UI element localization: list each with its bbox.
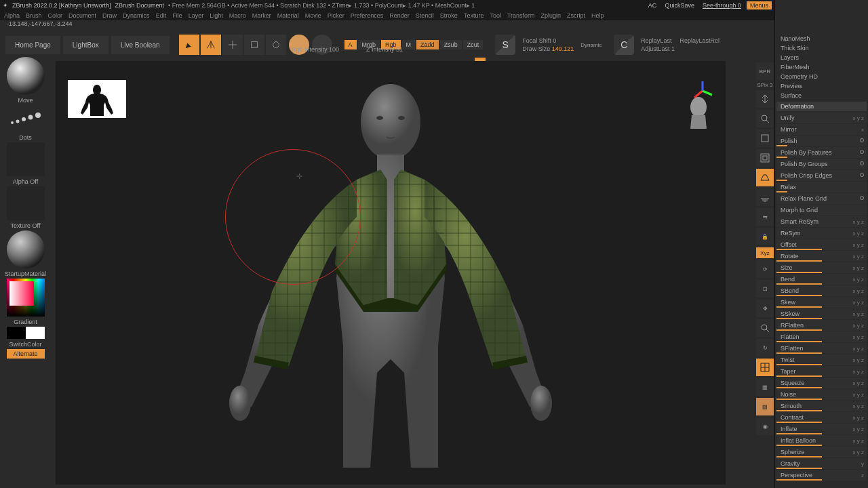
menu-edit[interactable]: Edit: [156, 12, 167, 19]
menu-preferences[interactable]: Preferences: [351, 12, 384, 19]
viewport[interactable]: ✛: [56, 61, 726, 485]
slider-unify[interactable]: Unifyx y z: [776, 113, 867, 123]
slider-mirror[interactable]: Mirrorx: [776, 124, 867, 135]
slider-squeeze[interactable]: Squeezex y z: [776, 378, 867, 388]
slider-taper[interactable]: Taperx y z: [776, 366, 867, 377]
slider-morph-to-grid[interactable]: Morph to Grid: [776, 205, 867, 216]
menu-draw[interactable]: Draw: [102, 12, 117, 19]
menu-stencil[interactable]: Stencil: [416, 12, 434, 19]
slider-bend[interactable]: Bendx y z: [776, 274, 867, 285]
menu-macro[interactable]: Macro: [229, 12, 246, 19]
alpha-slot[interactable]: [7, 142, 45, 176]
seethrough-slider[interactable]: See-through 0: [700, 2, 744, 9]
draw-mode-button[interactable]: [201, 35, 221, 55]
slider-twist[interactable]: Twistx y z: [776, 354, 867, 365]
menus-button[interactable]: Menus: [747, 1, 772, 9]
menu-movie[interactable]: Movie: [305, 12, 321, 19]
menu-color[interactable]: Color: [48, 12, 63, 19]
slider-polish-by-groups[interactable]: Polish By Groups: [776, 159, 867, 169]
panel-surface[interactable]: Surface: [776, 91, 867, 100]
spix-label[interactable]: SPix 3: [757, 82, 772, 88]
aahalf-button[interactable]: [756, 149, 774, 167]
rgb-intensity-slider[interactable]: Rgb Intensity 100: [292, 46, 339, 53]
bpr-button[interactable]: BPR: [756, 62, 774, 80]
color-picker[interactable]: [7, 279, 45, 317]
camera-preview[interactable]: [684, 95, 713, 136]
z-intensity-slider[interactable]: Z Intensity 51: [366, 46, 403, 53]
adjust-last-slider[interactable]: AdjustLast 1: [641, 45, 719, 52]
move-view-button[interactable]: ✥: [756, 300, 774, 317]
slider-polish-crisp-edges[interactable]: Polish Crisp Edges: [776, 170, 867, 181]
edit-mode-button[interactable]: [179, 35, 199, 55]
focal-shift-slider[interactable]: Focal Shift 0: [522, 37, 574, 44]
menu-file[interactable]: File: [172, 12, 182, 19]
m-button[interactable]: M: [402, 40, 416, 49]
slider-sflatten[interactable]: SFlattenx y z: [776, 343, 867, 354]
rotate-view-button[interactable]: ↻: [756, 339, 774, 357]
solo-button[interactable]: ◉: [756, 418, 774, 435]
zadd-button[interactable]: Zadd: [416, 40, 439, 49]
live-boolean-button[interactable]: Live Boolean: [111, 36, 170, 54]
menu-document[interactable]: Document: [68, 12, 96, 19]
panel-layers[interactable]: Layers: [776, 53, 867, 62]
replay-last-rel-button[interactable]: ReplayLastRel: [679, 37, 719, 44]
zoom3d-button[interactable]: [756, 319, 774, 337]
menu-texture[interactable]: Texture: [464, 12, 484, 19]
slider-relax-plane-grid[interactable]: Relax Plane Grid: [776, 193, 867, 204]
menu-transform[interactable]: Transform: [507, 12, 535, 19]
slider-sskew[interactable]: SSkewx y z: [776, 308, 867, 319]
persp-button[interactable]: [756, 169, 774, 186]
panel-nanomesh[interactable]: NanoMesh: [776, 34, 867, 43]
slider-inflat-balloon[interactable]: Inflat Balloonx y z: [776, 435, 867, 446]
zoom-button[interactable]: [756, 110, 774, 127]
home-page-button[interactable]: Home Page: [5, 36, 60, 54]
slider-polish[interactable]: Polish: [776, 136, 867, 146]
c-curve-icon[interactable]: C: [614, 35, 634, 55]
actual-button[interactable]: [756, 129, 774, 147]
scroll-button[interactable]: [756, 90, 774, 108]
zcut-button[interactable]: Zcut: [463, 40, 484, 49]
slider-perspective[interactable]: Perspectivez: [776, 470, 867, 481]
panel-fibermesh[interactable]: FiberMesh: [776, 62, 867, 72]
menu-zplugin[interactable]: Zplugin: [541, 12, 561, 19]
transp-button[interactable]: ▦: [756, 378, 774, 396]
deformation-header[interactable]: Deformation: [776, 102, 867, 111]
slider-contrast[interactable]: Contrastx y z: [776, 412, 867, 423]
panel-preview[interactable]: Preview: [776, 81, 867, 91]
frame-button[interactable]: ⊡: [756, 280, 774, 298]
slider-resym[interactable]: ReSymx y z: [776, 228, 867, 239]
dynamic-label[interactable]: Dynamic: [580, 42, 601, 48]
floor-button[interactable]: [756, 188, 774, 206]
brush-preview[interactable]: [7, 57, 45, 95]
menu-alpha[interactable]: Alpha: [4, 12, 20, 19]
texture-slot[interactable]: [7, 186, 45, 220]
slider-inflate[interactable]: Inflatex y z: [776, 424, 867, 434]
material-preview[interactable]: [7, 230, 45, 268]
lock-button[interactable]: 🔒: [756, 228, 774, 245]
panel-thick-skin[interactable]: Thick Skin: [776, 43, 867, 53]
slider-gravity[interactable]: Gravityy: [776, 458, 867, 469]
slider-rotate[interactable]: Rotatex y z: [776, 251, 867, 262]
menu-layer[interactable]: Layer: [189, 12, 204, 19]
zsub-button[interactable]: Zsub: [440, 40, 462, 49]
alternate-button[interactable]: Alternate: [7, 349, 45, 359]
slider-smooth[interactable]: Smoothx y z: [776, 401, 867, 411]
menu-picker[interactable]: Picker: [328, 12, 344, 19]
slider-offset[interactable]: Offsetx y z: [776, 239, 867, 250]
scale-mode-button[interactable]: [244, 35, 264, 55]
menu-zscript[interactable]: Zscript: [567, 12, 585, 19]
switch-color[interactable]: [7, 327, 45, 339]
panel-geometry-hd[interactable]: Geometry HD: [776, 72, 867, 81]
lsym-button[interactable]: ⇆: [756, 208, 774, 226]
menu-brush[interactable]: Brush: [26, 12, 42, 19]
ac-button[interactable]: AC: [646, 2, 660, 9]
slider-size[interactable]: Sizex y z: [776, 262, 867, 273]
menu-marker[interactable]: Marker: [252, 12, 271, 19]
menu-stroke[interactable]: Stroke: [440, 12, 458, 19]
menu-dynamics[interactable]: Dynamics: [123, 12, 150, 19]
polyframe-button[interactable]: [756, 359, 774, 376]
s-curve-icon[interactable]: S: [495, 35, 515, 55]
menu-render[interactable]: Render: [389, 12, 410, 19]
reference-thumbnail[interactable]: [68, 80, 126, 118]
menu-help[interactable]: Help: [591, 12, 604, 19]
